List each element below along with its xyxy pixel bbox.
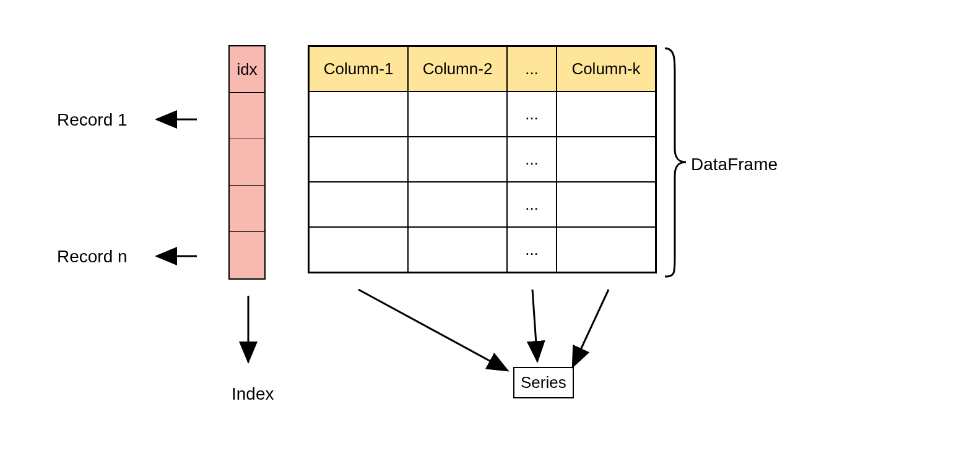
table-cell-ellipsis: ... [507,227,557,272]
idx-cell [230,139,264,186]
idx-cell [230,232,264,278]
column-k-to-series-arrow-icon [573,290,609,367]
index-column: idx [228,45,266,280]
column-1-to-series-arrow-icon [358,290,508,371]
idx-header-cell: idx [230,46,264,93]
table-cell-ellipsis: ... [507,182,557,227]
table-header-row: Column-1 Column-2 ... Column-k [309,46,656,92]
table-cell [309,92,408,137]
table-cell [557,92,656,137]
table-cell [309,227,408,272]
record-1-label: Record 1 [57,110,128,130]
dataframe-anatomy-diagram: idx Column-1 Column-2 ... Column-k ... .… [0,0,980,464]
idx-cell [230,93,264,139]
column-header-k: Column-k [557,46,656,92]
table-cell-ellipsis: ... [507,92,557,137]
table-row: ... [309,227,656,272]
table-cell [408,227,507,272]
table-row: ... [309,137,656,182]
dataframe-label: DataFrame [691,155,778,174]
table-cell [309,137,408,182]
dataframe-table: Column-1 Column-2 ... Column-k ... ... .… [308,45,657,273]
table-row: ... [309,182,656,227]
idx-cell [230,186,264,232]
table-cell-ellipsis: ... [507,137,557,182]
index-label: Index [232,384,274,404]
table-cell [557,137,656,182]
column-header-1: Column-1 [309,46,408,92]
record-n-label: Record n [57,247,128,267]
table-cell [557,227,656,272]
series-box: Series [513,367,574,398]
table-cell [408,182,507,227]
dataframe-brace-icon [665,48,686,277]
column-header-2: Column-2 [408,46,507,92]
table-cell [557,182,656,227]
table-cell [408,92,507,137]
column-ellipsis-to-series-arrow-icon [532,290,537,361]
column-header-ellipsis: ... [507,46,557,92]
table-row: ... [309,92,656,137]
table-cell [408,137,507,182]
table-cell [309,182,408,227]
